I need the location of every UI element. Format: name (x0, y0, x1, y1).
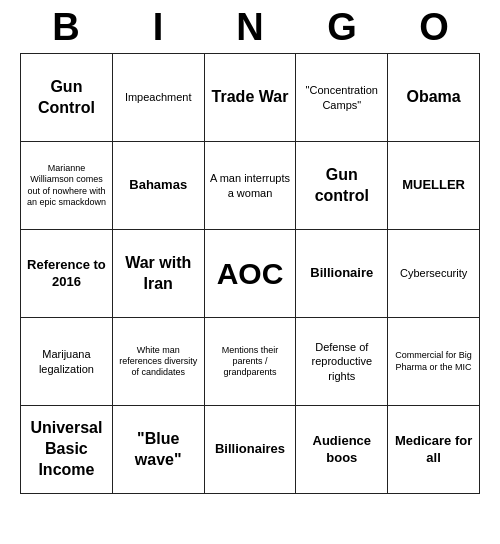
cell-2-0: Reference to 2016 (21, 230, 113, 318)
bingo-title: B I N G O (20, 0, 480, 53)
cell-1-0: Marianne Williamson comes out of nowhere… (21, 142, 113, 230)
cell-2-2: AOC (204, 230, 296, 318)
cell-0-0: Gun Control (21, 54, 113, 142)
cell-3-3: Defense of reproductive rights (296, 318, 388, 406)
title-g: G (302, 6, 382, 49)
cell-0-3: "Concentration Camps" (296, 54, 388, 142)
cell-4-1: "Blue wave" (112, 406, 204, 494)
cell-1-1: Bahamas (112, 142, 204, 230)
cell-1-4: MUELLER (388, 142, 480, 230)
title-n: N (210, 6, 290, 49)
cell-0-1: Impeachment (112, 54, 204, 142)
cell-2-1: War with Iran (112, 230, 204, 318)
cell-3-4: Commercial for Big Pharma or the MIC (388, 318, 480, 406)
cell-1-2: A man interrupts a woman (204, 142, 296, 230)
cell-2-3: Billionaire (296, 230, 388, 318)
title-o: O (394, 6, 474, 49)
title-i: I (118, 6, 198, 49)
cell-0-2: Trade War (204, 54, 296, 142)
cell-4-2: Billionaires (204, 406, 296, 494)
bingo-grid: Gun ControlImpeachmentTrade War"Concentr… (20, 53, 480, 494)
cell-3-1: White man references diversity of candid… (112, 318, 204, 406)
cell-4-0: Universal Basic Income (21, 406, 113, 494)
cell-4-3: Audience boos (296, 406, 388, 494)
cell-3-2: Mentions their parents / grandparents (204, 318, 296, 406)
title-b: B (26, 6, 106, 49)
cell-1-3: Gun control (296, 142, 388, 230)
cell-0-4: Obama (388, 54, 480, 142)
cell-3-0: Marijuana legalization (21, 318, 113, 406)
cell-2-4: Cybersecurity (388, 230, 480, 318)
cell-4-4: Medicare for all (388, 406, 480, 494)
